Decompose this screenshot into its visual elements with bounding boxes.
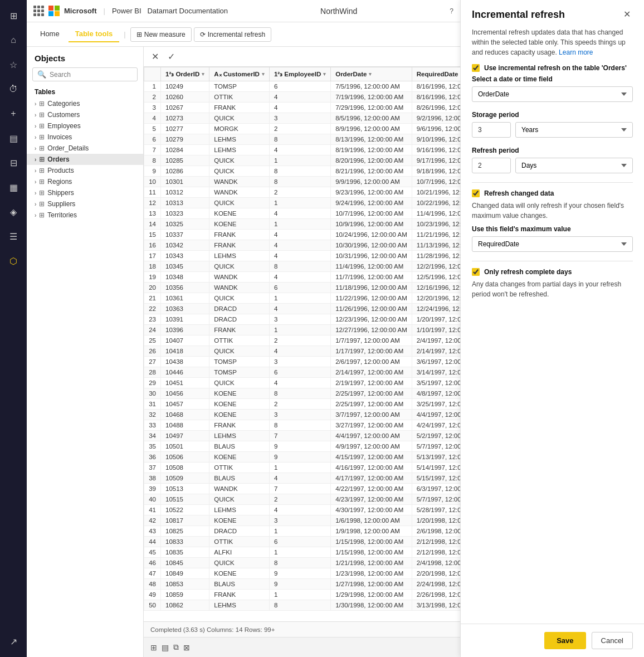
col-header-employeeid[interactable]: 1²₃ EmployeeID▾	[269, 67, 330, 81]
topbar: Microsoft | Power BI Datamart Documentat…	[27, 0, 460, 22]
sidebar-icon-star[interactable]: ☆	[2, 53, 25, 76]
confirm-edit-button[interactable]: ✓	[165, 50, 177, 63]
table-cell-employeeid: 1	[269, 526, 330, 537]
sidebar-icon-plus[interactable]: +	[2, 103, 25, 125]
sidebar-item-orders[interactable]: ›⊞Orders	[27, 154, 143, 165]
copy-icon[interactable]: ⧉	[173, 643, 179, 652]
sidebar-icon-home[interactable]: ⌂	[2, 29, 25, 51]
table-cell-requireddate: 2/26/1998, 12:00:00 AM	[412, 590, 460, 600]
export-icon[interactable]: ⊠	[183, 643, 190, 652]
sidebar-icon-doc[interactable]: ▤	[2, 127, 25, 149]
learn-more-link[interactable]: Learn more	[559, 48, 593, 56]
complete-days-checkbox[interactable]	[472, 268, 480, 276]
sidebar-item-suppliers[interactable]: ›⊞Suppliers	[27, 198, 143, 210]
date-field-select[interactable]: OrderDate RequiredDate ShippedDate	[472, 86, 633, 102]
microsoft-logo	[48, 6, 60, 17]
table-cell-orderid: 10361	[161, 293, 209, 304]
tab-home[interactable]: Home	[33, 26, 66, 42]
col-dropdown-icon[interactable]: ▾	[323, 71, 326, 77]
table-cell-employeeid: 8	[269, 261, 330, 272]
sidebar-item-employees[interactable]: ›⊞Employees	[27, 120, 143, 132]
table-cell-orderdate: 10/7/1996, 12:00:00 AM	[331, 208, 412, 219]
col-header-orderid[interactable]: 1²₃ OrderID▾	[161, 67, 209, 81]
table-cell-customerid: WANDK	[209, 484, 270, 494]
refresh-changed-checkbox[interactable]	[472, 189, 480, 197]
table-row: 3110457KOENE22/25/1997, 12:00:00 AM3/25/…	[144, 399, 461, 410]
sidebar-item-territories[interactable]: ›⊞Territories	[27, 210, 143, 221]
table-cell-orderdate: 10/24/1996, 12:00:00 AM	[331, 230, 412, 240]
table-cell-requireddate: 12/20/1996, 12:00:00 AM	[412, 293, 460, 304]
storage-period-section: Storage period Days Months Years	[472, 111, 633, 138]
table-cell-requireddate: 2/12/1998, 12:00:00 AM	[412, 537, 460, 547]
close-edit-button[interactable]: ✕	[149, 50, 161, 63]
sidebar-item-categories[interactable]: ›⊞Categories	[27, 98, 143, 109]
panel-close-button[interactable]: ✕	[621, 9, 633, 20]
row-number: 32	[144, 410, 161, 420]
sidebar-icon-expand[interactable]: ↗	[2, 630, 25, 653]
table-row: 2410396FRANK112/27/1996, 12:00:00 AM1/10…	[144, 325, 461, 335]
col-header-requireddate[interactable]: RequiredDate▾	[412, 67, 460, 81]
refresh-period-select[interactable]: Days Months Years	[515, 158, 633, 173]
column-view-icon[interactable]: ▤	[162, 643, 169, 652]
row-number: 43	[144, 526, 161, 537]
row-number: 30	[144, 388, 161, 399]
table-row: 4910859FRANK11/29/1998, 12:00:00 AM2/26/…	[144, 590, 461, 600]
new-measure-button[interactable]: ⊞ New measure	[130, 27, 192, 42]
table-row: 410273QUICK38/5/1996, 12:00:00 AM9/2/199…	[144, 113, 461, 124]
table-cell-customerid: KOENE	[209, 399, 270, 410]
sidebar-item-order_details[interactable]: ›⊞Order_Details	[27, 143, 143, 154]
col-header-customerid[interactable]: Aₓ CustomerID▾	[209, 67, 270, 81]
table-cell-employeeid: 6	[269, 537, 330, 547]
sidebar-icon-grid[interactable]: ⊞	[2, 4, 25, 27]
col-dropdown-icon[interactable]: ▾	[262, 71, 265, 77]
refresh-period-input[interactable]	[472, 158, 511, 173]
table-cell-customerid: KOENE	[209, 219, 270, 230]
table-cell-employeeid: 7	[269, 484, 330, 494]
tab-table-tools[interactable]: Table tools	[69, 26, 120, 42]
table-view-icon[interactable]: ⊞	[150, 643, 157, 652]
storage-period-input[interactable]	[472, 122, 511, 138]
sidebar-item-products[interactable]: ›⊞Products	[27, 165, 143, 176]
save-button[interactable]: Save	[544, 632, 586, 649]
table-cell-requireddate: 5/14/1997, 12:00:00 AM	[412, 463, 460, 473]
table-cell-employeeid: 2	[269, 335, 330, 346]
table-cell-orderdate: 1/15/1998, 12:00:00 AM	[331, 537, 412, 547]
row-number: 11	[144, 187, 161, 198]
table-cell-orderdate: 1/15/1998, 12:00:00 AM	[331, 547, 412, 558]
col-header-orderdate[interactable]: OrderDate▾	[331, 67, 412, 81]
sidebar-item-customers[interactable]: ›⊞Customers	[27, 109, 143, 120]
table-cell-employeeid: 8	[269, 420, 330, 431]
main-area: Microsoft | Power BI Datamart Documentat…	[27, 0, 460, 657]
table-cell-orderdate: 1/6/1998, 12:00:00 AM	[331, 515, 412, 526]
row-number: 39	[144, 484, 161, 494]
sidebar-icon-database[interactable]: ⬡	[2, 250, 25, 272]
sidebar-item-shippers[interactable]: ›⊞Shippers	[27, 187, 143, 198]
data-table-wrap[interactable]: 1²₃ OrderID▾Aₓ CustomerID▾1²₃ EmployeeID…	[144, 67, 460, 621]
sidebar-item-regions[interactable]: ›⊞Regions	[27, 176, 143, 187]
sidebar-icon-clock[interactable]: ⏱	[2, 78, 25, 100]
sidebar-icon-table[interactable]: ⊟	[2, 152, 25, 174]
col-dropdown-icon[interactable]: ▾	[202, 71, 204, 77]
refresh-changed-desc: Changed data will only refresh if your c…	[472, 201, 633, 221]
table-cell-requireddate: 10/22/1996, 12:00:00 AM	[412, 198, 460, 208]
storage-period-title: Storage period	[472, 111, 633, 119]
app-grid-icon[interactable]	[33, 6, 44, 16]
table-cell-orderid: 10849	[161, 568, 209, 579]
table-cell-customerid: KOENE	[209, 410, 270, 420]
max-value-select[interactable]: OrderDate RequiredDate ShippedDate	[472, 236, 633, 252]
table-row: 3010456KOENE82/25/1997, 12:00:00 AM4/8/1…	[144, 388, 461, 399]
sidebar-item-invoices[interactable]: ›⊞Invoices	[27, 132, 143, 143]
topbar-user[interactable]: ?	[450, 7, 453, 15]
sidebar-icon-rocket[interactable]: ◈	[2, 201, 25, 223]
sidebar-icon-chart-bar[interactable]: ▦	[2, 176, 25, 198]
incremental-refresh-button[interactable]: ⟳ Incremental refresh	[194, 27, 271, 42]
col-dropdown-icon[interactable]: ▾	[369, 71, 372, 77]
table-cell-orderdate: 1/27/1998, 12:00:00 AM	[331, 579, 412, 590]
table-cell-orderid: 10817	[161, 515, 209, 526]
use-incremental-checkbox[interactable]	[472, 64, 480, 72]
storage-period-select[interactable]: Days Months Years	[515, 122, 633, 138]
row-num-header	[144, 67, 161, 81]
sidebar-icon-book[interactable]: ☰	[2, 225, 25, 247]
cancel-button[interactable]: Cancel	[592, 632, 633, 649]
search-input[interactable]	[50, 71, 133, 79]
